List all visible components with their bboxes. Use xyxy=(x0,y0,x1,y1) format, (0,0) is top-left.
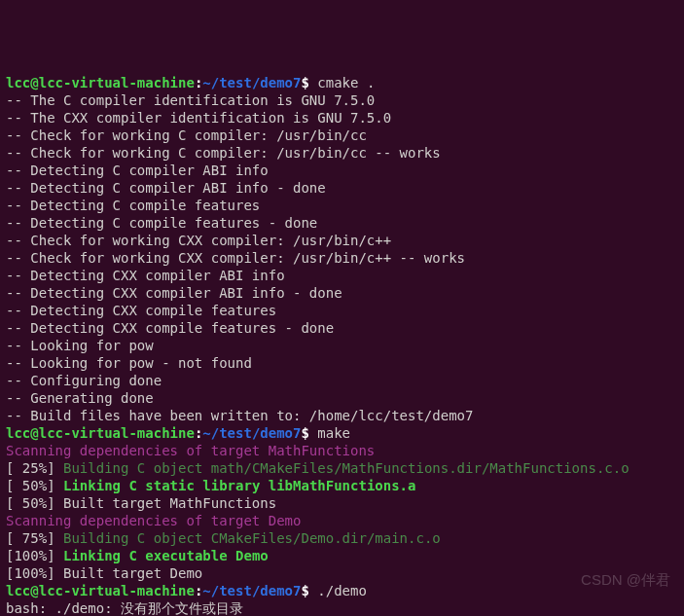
prompt-user-host: lcc@lcc-virtual-machine xyxy=(6,425,195,441)
cmake-output-line: -- Generating done xyxy=(6,390,154,406)
terminal-line: [ 50%] Linking C static library libMathF… xyxy=(6,477,678,494)
make-pct: [ 75%] xyxy=(6,530,63,546)
terminal-line: -- Detecting C compiler ABI info xyxy=(6,162,678,179)
cmake-output-line: -- Detecting CXX compiler ABI info xyxy=(6,268,285,283)
terminal-line: lcc@lcc-virtual-machine:~/test/demo7$ ma… xyxy=(6,424,678,442)
cmake-output-line: -- Check for working CXX compiler: /usr/… xyxy=(6,250,465,266)
terminal-line: -- Detecting CXX compiler ABI info - don… xyxy=(6,284,678,302)
cmake-output-line: -- Detecting CXX compile features - done xyxy=(6,320,334,336)
cmake-output-line: -- Check for working CXX compiler: /usr/… xyxy=(6,233,391,248)
cmake-output-line: -- Looking for pow - not found xyxy=(6,355,252,371)
terminal-line: -- Check for working CXX compiler: /usr/… xyxy=(6,232,678,249)
terminal-line: [ 75%] Building C object CMakeFiles/Demo… xyxy=(6,529,678,547)
cmake-output-line: -- Configuring done xyxy=(6,373,162,388)
make-build: Building C object CMakeFiles/Demo.dir/ma… xyxy=(63,530,441,546)
terminal-line: Scanning dependencies of target Demo xyxy=(6,512,678,529)
terminal-line: [ 25%] Building C object math/CMakeFiles… xyxy=(6,459,678,477)
terminal-output[interactable]: lcc@lcc-virtual-machine:~/test/demo7$ cm… xyxy=(6,74,678,616)
cmake-output-line: -- Detecting C compile features - done xyxy=(6,215,317,231)
prompt-dollar: $ xyxy=(301,75,317,91)
cmake-output-line: -- Looking for pow xyxy=(6,338,154,353)
cmake-output-line: -- Check for working C compiler: /usr/bi… xyxy=(6,145,441,161)
prompt-dollar: $ xyxy=(301,583,317,598)
make-link: Linking C static library libMathFunction… xyxy=(63,478,415,493)
cmake-output-line: -- The CXX compiler identification is GN… xyxy=(6,110,391,126)
terminal-line: -- Detecting C compile features xyxy=(6,197,678,214)
command-text: ./demo xyxy=(317,583,367,598)
terminal-line: -- Check for working CXX compiler: /usr/… xyxy=(6,249,678,267)
prompt-user-host: lcc@lcc-virtual-machine xyxy=(6,75,195,91)
make-built: [ 50%] Built target MathFunctions xyxy=(6,495,276,511)
prompt-path: ~/test/demo7 xyxy=(202,75,301,91)
cmake-output-line: -- Build files have been written to: /ho… xyxy=(6,408,473,423)
cmake-output-line: -- Detecting CXX compile features xyxy=(6,303,276,318)
terminal-line: bash: ./demo: 没有那个文件或目录 xyxy=(6,599,678,616)
prompt-path: ~/test/demo7 xyxy=(202,425,301,441)
command-text: cmake . xyxy=(317,75,375,91)
make-build: Building C object math/CMakeFiles/MathFu… xyxy=(63,460,630,476)
terminal-line: -- Detecting CXX compile features xyxy=(6,302,678,319)
terminal-line: -- Looking for pow xyxy=(6,337,678,354)
terminal-line: -- The CXX compiler identification is GN… xyxy=(6,109,678,127)
terminal-line: -- The C compiler identification is GNU … xyxy=(6,91,678,109)
make-scan: Scanning dependencies of target MathFunc… xyxy=(6,443,375,458)
terminal-line: [100%] Built target Demo xyxy=(6,564,678,582)
make-pct: [ 50%] xyxy=(6,478,63,493)
command-text: make xyxy=(317,425,350,441)
make-built: [100%] Built target Demo xyxy=(6,565,202,581)
prompt-user-host: lcc@lcc-virtual-machine xyxy=(6,583,195,598)
cmake-output-line: -- Check for working C compiler: /usr/bi… xyxy=(6,127,367,143)
make-link: Linking C executable Demo xyxy=(63,548,269,563)
make-scan: Scanning dependencies of target Demo xyxy=(6,513,301,528)
cmake-output-line: -- Detecting CXX compiler ABI info - don… xyxy=(6,285,342,301)
terminal-line: Scanning dependencies of target MathFunc… xyxy=(6,442,678,459)
terminal-line: lcc@lcc-virtual-machine:~/test/demo7$ ./… xyxy=(6,582,678,599)
terminal-line: -- Check for working C compiler: /usr/bi… xyxy=(6,127,678,144)
terminal-line: -- Generating done xyxy=(6,389,678,407)
bash-error: bash: ./demo: 没有那个文件或目录 xyxy=(6,600,243,616)
cmake-output-line: -- Detecting C compiler ABI info xyxy=(6,163,269,178)
make-pct: [ 25%] xyxy=(6,460,63,476)
terminal-line: -- Detecting CXX compile features - done xyxy=(6,319,678,337)
terminal-line: [100%] Linking C executable Demo xyxy=(6,547,678,564)
terminal-line: -- Looking for pow - not found xyxy=(6,354,678,372)
cmake-output-line: -- Detecting C compiler ABI info - done xyxy=(6,180,326,196)
terminal-line: -- Configuring done xyxy=(6,372,678,389)
prompt-dollar: $ xyxy=(301,425,317,441)
terminal-line: -- Check for working C compiler: /usr/bi… xyxy=(6,144,678,162)
cmake-output-line: -- The C compiler identification is GNU … xyxy=(6,92,375,108)
terminal-line: -- Detecting CXX compiler ABI info xyxy=(6,267,678,284)
terminal-line: -- Detecting C compiler ABI info - done xyxy=(6,179,678,197)
make-pct: [100%] xyxy=(6,548,63,563)
terminal-line: [ 50%] Built target MathFunctions xyxy=(6,494,678,512)
cmake-output-line: -- Detecting C compile features xyxy=(6,198,260,213)
terminal-line: lcc@lcc-virtual-machine:~/test/demo7$ cm… xyxy=(6,74,678,91)
terminal-line: -- Build files have been written to: /ho… xyxy=(6,407,678,424)
terminal-line: -- Detecting C compile features - done xyxy=(6,214,678,232)
prompt-path: ~/test/demo7 xyxy=(202,583,301,598)
